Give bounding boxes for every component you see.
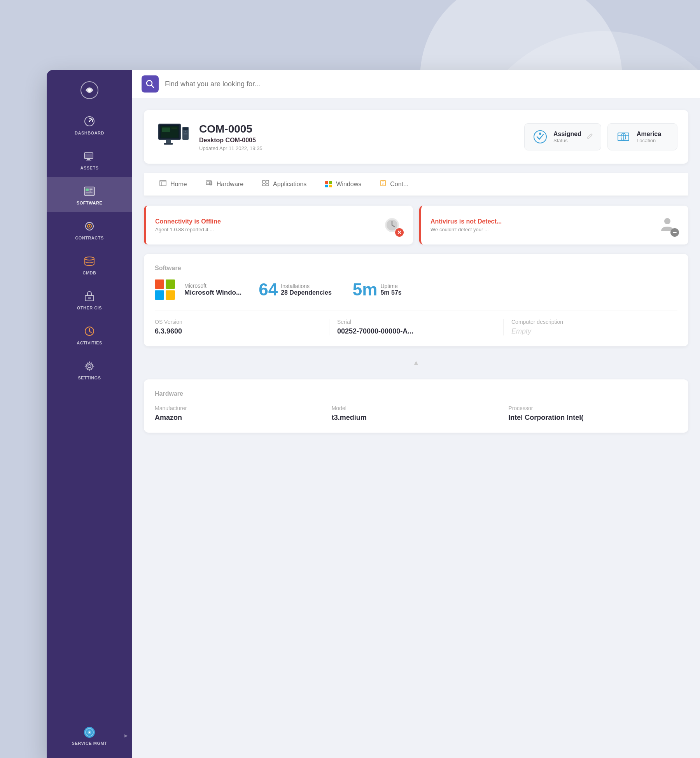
svg-rect-36	[172, 127, 177, 129]
tab-home[interactable]: Home	[150, 173, 196, 196]
sidebar-item-dashboard[interactable]: DASHBOARD	[47, 107, 132, 142]
svg-rect-55	[266, 180, 269, 183]
sidebar-item-service-mgmt[interactable]: SERVICE MGMT ▶	[47, 721, 132, 750]
main-content: COM-0005 Desktop COM-0005 Updated Apr 11…	[132, 70, 700, 758]
tab-home-label: Home	[170, 181, 187, 188]
assigned-edit-button[interactable]	[587, 133, 593, 141]
sidebar-item-assets[interactable]: ASSETS	[47, 142, 132, 177]
sidebar-label-activities: ACTIVITIES	[77, 341, 102, 345]
windows-logo	[155, 279, 175, 300]
svg-rect-42	[184, 133, 187, 134]
computer-desc-cell: Computer description Empty	[503, 319, 677, 335]
svg-rect-6	[85, 154, 92, 158]
sidebar-label-software: SOFTWARE	[77, 201, 102, 205]
sidebar-item-activities[interactable]: ACTIVITIES	[47, 317, 132, 352]
svg-point-41	[185, 131, 186, 132]
uptime-count: 5m	[353, 280, 378, 299]
location-label: America	[637, 131, 661, 138]
svg-point-44	[534, 131, 546, 143]
main-window: DASHBOARD ASSETS	[47, 70, 700, 758]
installations-stat: 64 Installations 28 Dependencies	[259, 280, 332, 299]
assigned-icon	[532, 129, 548, 145]
sidebar-item-software[interactable]: SOFTWARE	[47, 177, 132, 212]
tab-applications-label: Applications	[273, 181, 306, 188]
software-name: Microsoft Windo...	[184, 289, 242, 297]
installations-count: 64	[259, 280, 278, 299]
model-item: Model t3.medium	[332, 405, 501, 422]
service-arrow-icon: ▶	[124, 734, 128, 738]
manufacturer-label: Manufacturer	[155, 405, 324, 411]
sidebar-label-cmdb: CMDB	[83, 271, 96, 275]
svg-rect-8	[86, 160, 91, 161]
sidebar-label-other-cis: OTHER CIS	[77, 306, 102, 310]
svg-rect-40	[183, 127, 188, 130]
uptime-stat: 5m Uptime 5m 57s	[353, 280, 402, 299]
processor-value: Intel Corporation Intel(	[508, 414, 677, 422]
sidebar-item-cmdb[interactable]: CMDB	[47, 247, 132, 282]
tab-contracts[interactable]: Cont...	[371, 173, 418, 196]
search-button[interactable]	[142, 75, 159, 93]
svg-line-30	[152, 86, 154, 88]
svg-rect-13	[86, 192, 93, 193]
alerts-row: Connectivity is Offline Agent 1.0.88 rep…	[144, 206, 688, 245]
sidebar: DASHBOARD ASSETS	[47, 70, 132, 758]
location-badge: America Location	[607, 123, 677, 150]
assigned-status-badge: Assigned Status	[524, 123, 601, 150]
tab-contracts-label: Cont...	[390, 181, 408, 188]
computer-desc-label: Computer description	[511, 319, 670, 325]
tab-hardware[interactable]: Hardware	[196, 173, 253, 196]
svg-rect-54	[262, 180, 265, 183]
software-info: Microsoft Microsoft Windo...	[184, 283, 242, 297]
tab-applications[interactable]: Applications	[253, 173, 316, 196]
dashboard-icon	[82, 114, 96, 128]
assigned-badge-text: Assigned Status	[553, 131, 581, 143]
connectivity-alert-text: Connectivity is Offline Agent 1.0.88 rep…	[155, 218, 374, 232]
manufacturer-value: Amazon	[155, 414, 324, 422]
asset-updated: Updated Apr 11 2022, 19:35	[199, 145, 515, 151]
connectivity-alert-title: Connectivity is Offline	[155, 218, 374, 225]
sidebar-label-assets: ASSETS	[80, 166, 98, 170]
sidebar-label-contracts: CONTRACTS	[75, 236, 104, 240]
svg-point-4	[89, 121, 90, 122]
svg-rect-35	[162, 127, 170, 132]
asset-id: COM-0005	[199, 123, 515, 135]
sidebar-item-contracts[interactable]: CONTRACTS	[47, 212, 132, 247]
svg-rect-20	[88, 297, 91, 299]
antivirus-alert-title: Antivirus is not Detect...	[430, 218, 649, 225]
antivirus-alert: Antivirus is not Detect... We couldn't d…	[419, 206, 688, 245]
sidebar-label-settings: SETTINGS	[78, 376, 101, 380]
serial-cell: Serial 00252-70000-00000-A...	[329, 319, 503, 335]
os-version-value: 6.3.9600	[155, 327, 321, 335]
svg-rect-56	[262, 184, 265, 186]
software-icon	[82, 184, 96, 198]
cmdb-icon	[82, 254, 96, 268]
svg-rect-43	[184, 134, 187, 135]
windows-tab-icon	[325, 181, 332, 187]
sidebar-item-settings[interactable]: SETTINGS	[47, 352, 132, 387]
uptime-value: 5m 57s	[380, 289, 401, 296]
search-input[interactable]	[165, 80, 691, 88]
service-mgmt-icon	[82, 725, 96, 739]
content-area: COM-0005 Desktop COM-0005 Updated Apr 11…	[132, 98, 700, 758]
software-section-card: Software Microsoft Microsoft Windo.	[144, 254, 688, 346]
installations-detail: Installations 28 Dependencies	[281, 283, 332, 296]
hardware-section-title: Hardware	[155, 390, 677, 397]
serial-value: 00252-70000-00000-A...	[337, 327, 495, 335]
location-icon	[616, 129, 631, 145]
software-row: Microsoft Microsoft Windo... 64 Installa…	[155, 279, 677, 300]
os-version-label: OS Version	[155, 319, 321, 325]
search-bar	[132, 70, 700, 98]
svg-rect-38	[164, 143, 173, 145]
sidebar-item-other-cis[interactable]: OTHER CIS	[47, 282, 132, 317]
location-badge-text: America Location	[637, 131, 661, 143]
svg-point-66	[664, 218, 670, 224]
processor-label: Processor	[508, 405, 677, 411]
svg-point-17	[89, 225, 90, 227]
tab-windows[interactable]: Windows	[316, 174, 371, 196]
asset-info: COM-0005 Desktop COM-0005 Updated Apr 11…	[199, 123, 515, 151]
contracts-tab-icon	[380, 180, 386, 188]
serial-label: Serial	[337, 319, 495, 325]
os-version-cell: OS Version 6.3.9600	[155, 319, 329, 335]
home-tab-icon	[159, 180, 166, 188]
svg-point-28	[89, 732, 90, 733]
